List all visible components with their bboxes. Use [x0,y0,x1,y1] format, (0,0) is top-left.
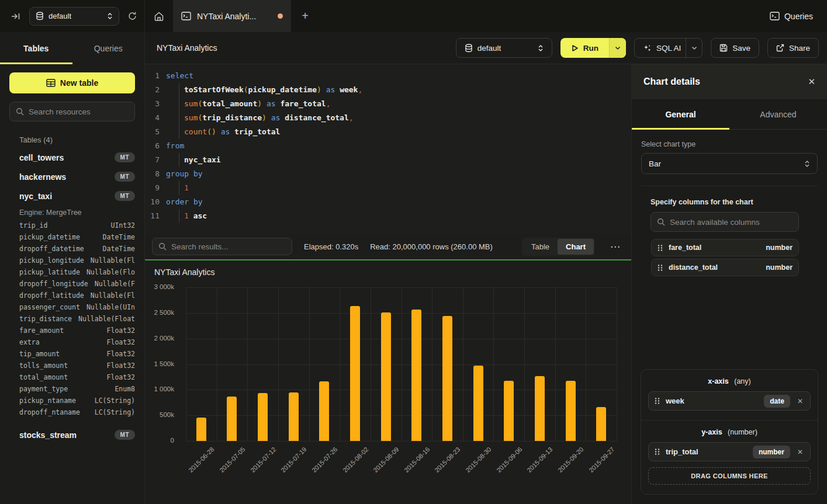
sidebar-search-input[interactable] [29,107,132,116]
chart-bar[interactable] [504,381,514,441]
tables-section-label: Tables (4) [19,135,135,144]
run-button[interactable]: Run [560,38,626,58]
code-line[interactable]: 8group by [145,167,631,181]
code-line[interactable]: 4sum(trip_distance) as distance_total, [145,111,631,125]
token: 1 [184,183,189,192]
code-line[interactable]: 91 [145,181,631,195]
drag-handle-icon[interactable] [655,397,660,405]
columns-search-input[interactable] [670,218,793,227]
sidebar-tab-tables[interactable]: Tables [0,32,72,64]
tab-general[interactable]: General [632,99,729,129]
share-button[interactable]: Share [767,38,819,58]
column-row: tip_amountFloat32 [19,348,135,360]
results-search[interactable] [152,238,292,255]
chart-type-select[interactable]: Bar [641,153,818,174]
v-gridline [217,287,217,441]
chart-bar[interactable] [289,392,299,441]
close-icon[interactable]: ✕ [808,77,815,87]
topbar-database-value: default [49,12,102,20]
share-label: Share [789,44,810,53]
new-tab-icon[interactable]: + [291,0,319,32]
available-column-chip[interactable]: distance_totalnumber [651,259,799,276]
toggle-chart[interactable]: Chart [558,239,594,255]
collapse-sidebar-icon[interactable] [11,11,21,22]
table-row[interactable]: hackernewsMT [19,167,135,186]
read-stat: Read: 20,000,000 rows (260.00 MB) [370,242,493,251]
tab-advanced[interactable]: Advanced [729,99,827,129]
home-icon[interactable] [145,0,173,32]
x-axis-chip-week[interactable]: week date ✕ [648,391,811,411]
run-options-chevron-icon[interactable] [610,38,626,58]
top-bar: default NYTaxi Analyti... + Queries [0,0,827,32]
drag-handle-icon[interactable] [658,244,663,252]
sidebar: Tables Queries New table Tables (4) cell… [0,32,145,504]
chart-bar[interactable] [381,312,391,441]
v-gridline [586,287,586,441]
chevron-updown-icon [538,44,544,52]
query-database-selector[interactable]: default [456,38,552,58]
table-row[interactable]: cell_towersMT [19,148,135,167]
chart-bar[interactable] [473,366,483,441]
indent-guide [166,181,184,195]
token: asc [193,211,207,220]
chart-bar[interactable] [566,381,576,441]
sparkle-icon [643,44,652,53]
table-row[interactable]: stocks_streamMT [19,425,135,444]
available-column-chip[interactable]: fare_totalnumber [651,239,799,256]
drag-handle-icon[interactable] [655,448,660,456]
columns-search[interactable] [650,212,799,232]
y-axis-chip-name: trip_total [666,447,698,456]
code-line[interactable]: 6from [145,139,631,153]
save-button[interactable]: Save [711,38,759,58]
code-text: select [160,69,193,83]
table-row[interactable]: nyc_taxiMT [19,186,135,206]
chart-bar[interactable] [350,306,360,441]
chart-bar[interactable] [319,381,329,441]
queries-button[interactable]: Queries [756,0,827,32]
remove-icon[interactable]: ✕ [796,397,804,405]
y-axis-chip-trip-total[interactable]: trip_total number ✕ [648,442,811,461]
token: count [184,127,207,136]
sidebar-tab-queries[interactable]: Queries [72,32,145,64]
code-line[interactable]: 1select [145,69,631,83]
sql-ai-button[interactable]: SQL AI [634,38,703,58]
code-line[interactable]: 7nyc_taxi [145,153,631,167]
chart-bar[interactable] [596,407,606,441]
token: as [267,99,276,108]
chart-bar[interactable] [227,397,237,441]
code-line[interactable]: 3sum(total_amount) as fare_total, [145,97,631,111]
chart-bar[interactable] [411,310,421,441]
token: trip_total [234,127,280,136]
refresh-icon[interactable] [127,11,137,21]
token [230,127,234,136]
chart-bar[interactable] [442,316,452,441]
more-options-icon[interactable]: ⋯ [607,241,624,253]
sidebar-search[interactable] [9,102,135,121]
column-row: pickup_longitudeNullable(Fl [19,255,135,266]
column-name: dropoff_latitude [19,291,84,300]
chart-bar[interactable] [535,376,545,441]
code-line[interactable]: 111 asc [145,209,631,223]
token [262,99,267,108]
y-tick-label: 0 [171,437,174,444]
topbar-database-selector[interactable]: default [29,7,119,26]
chart-bar[interactable] [258,393,268,441]
toggle-table[interactable]: Table [523,239,558,255]
code-line[interactable]: 5count() as trip_total [145,125,631,139]
chart-bar[interactable] [196,418,206,441]
results-search-input[interactable] [171,242,286,251]
remove-icon[interactable]: ✕ [796,448,804,456]
queries-label: Queries [784,12,813,21]
token: , [358,85,362,94]
tab-nytaxi-analytics[interactable]: NYTaxi Analyti... [173,0,291,32]
drag-handle-icon[interactable] [658,264,663,272]
sidebar-tabs: Tables Queries [0,32,144,64]
app-root: default NYTaxi Analyti... + Queries [0,0,827,504]
new-table-button[interactable]: New table [9,72,135,93]
sql-editor[interactable]: 1select2toStartOfWeek(pickup_datetime) a… [145,64,631,234]
code-line[interactable]: 10order by [145,195,631,209]
sql-ai-chevron-icon[interactable] [686,39,702,57]
code-line[interactable]: 2toStartOfWeek(pickup_datetime) as week, [145,83,631,97]
code-text: order by [160,195,203,209]
drag-columns-dropzone[interactable]: DRAG COLUMNS HERE [648,467,811,485]
